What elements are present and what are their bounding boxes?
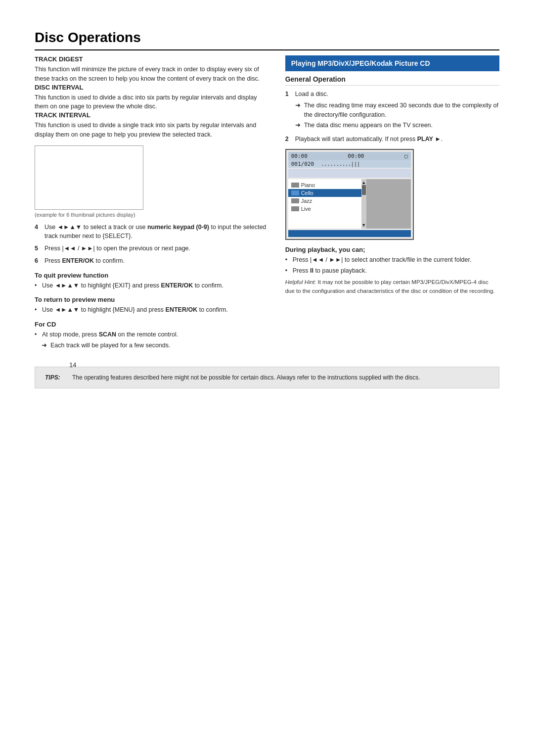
- right-step-1-arrow1: ➜ The disc reading time may exceed 30 se…: [295, 101, 499, 120]
- for-cd-bullets: • At stop mode, press SCAN on the remote…: [35, 330, 270, 339]
- tips-box: TIPS: The operating features described h…: [35, 367, 499, 388]
- step-4: 4 Use ◄►▲▼ to select a track or use nume…: [35, 223, 270, 241]
- right-step-1: 1 Load a disc. ➜ The disc reading time m…: [285, 90, 499, 132]
- step-5: 5 Press |◄◄ / ►►| to open the previous o…: [35, 244, 270, 253]
- list-item-live-icon: [291, 206, 299, 211]
- right-numbered-steps: 1 Load a disc. ➜ The disc reading time m…: [285, 90, 499, 144]
- track-interval-section: TRACK INTERVAL This function is used to …: [35, 111, 270, 140]
- during-playback-item2: • Press II to pause playback.: [285, 266, 499, 276]
- helpful-hint-text: It may not be possible to play certain M…: [285, 279, 495, 293]
- screen-icon: ▢: [404, 153, 408, 159]
- list-item-jazz-icon: [291, 198, 299, 203]
- for-cd-title: For CD: [35, 321, 270, 328]
- track-digest-title: TRACK DIGEST: [35, 55, 270, 63]
- screen-time-right: 00:00: [348, 153, 364, 159]
- for-cd-arrow: ➜ Each track will be played for a few se…: [42, 341, 270, 350]
- disc-interval-title: DISC INTERVAL: [35, 84, 270, 91]
- list-item-cello: Cello: [288, 189, 361, 197]
- tips-text: The operating features described here mi…: [72, 373, 420, 382]
- screen-blank-row: [288, 169, 411, 178]
- return-preview-title: To return to preview menu: [35, 296, 270, 303]
- quit-preview-item: • Use ◄►▲▼ to highlight {EXIT} and press…: [35, 281, 270, 290]
- screen-top-bar: 00:00 00:00 ▢: [288, 152, 411, 160]
- during-playback-item1: • Press |◄◄ / ►►| to select another trac…: [285, 255, 499, 265]
- step-6: 6 Press ENTER/OK to confirm.: [35, 256, 270, 266]
- screen-list: Piano Cello Jazz Live: [288, 179, 361, 229]
- list-item-cello-icon: [291, 190, 299, 195]
- return-preview-bullets: • Use ◄►▲▼ to highlight {MENU} and press…: [35, 305, 270, 315]
- device-screen: 00:00 00:00 ▢ 001/020 ..........||| Pian…: [285, 149, 414, 240]
- right-step-1-arrow2: ➜ The data disc menu appears on the TV s…: [295, 121, 499, 130]
- track-digest-body: This function will minimize the picture …: [35, 65, 270, 84]
- right-column: Playing MP3/DivX/JPEG/Kodak Picture CD G…: [285, 55, 499, 352]
- during-playback-title: During playback, you can;: [285, 246, 499, 253]
- track-interval-body: This function is used to divide a single…: [35, 121, 270, 140]
- thumbnail-caption: (example for 6 thumbnail pictures displa…: [35, 212, 270, 218]
- scrollbar-thumb: [362, 185, 366, 195]
- helpful-hint-label: Helpful Hint:: [285, 279, 316, 285]
- general-operation-title: General Operation: [285, 75, 499, 86]
- page-number: 14: [69, 361, 76, 369]
- screen-time-left: 00:00: [291, 153, 308, 159]
- right-header: Playing MP3/DivX/JPEG/Kodak Picture CD: [285, 55, 499, 71]
- numbered-steps: 4 Use ◄►▲▼ to select a track or use nume…: [35, 223, 270, 266]
- track-digest-section: TRACK DIGEST This function will minimize…: [35, 55, 270, 84]
- list-item-piano: Piano: [288, 181, 361, 189]
- for-cd-item: • At stop mode, press SCAN on the remote…: [35, 330, 270, 339]
- left-column: TRACK DIGEST This function will minimize…: [35, 55, 270, 352]
- screen-scrollbar: ▲ ▼: [361, 179, 366, 229]
- during-playback-bullets: • Press |◄◄ / ►►| to select another trac…: [285, 255, 499, 276]
- list-item-live: Live: [288, 205, 361, 213]
- right-step-2: 2 Playback will start automatically. If …: [285, 135, 499, 144]
- track-interval-title: TRACK INTERVAL: [35, 111, 270, 119]
- screen-bottom-bar: [288, 230, 411, 237]
- quit-preview-bullets: • Use ◄►▲▼ to highlight {EXIT} and press…: [35, 281, 270, 290]
- screen-track-info: 001/020 ..........|||: [288, 160, 411, 168]
- list-item-piano-icon: [291, 183, 299, 188]
- thumbnail-preview-box: [35, 145, 143, 210]
- tips-label: TIPS:: [45, 373, 67, 382]
- helpful-hint: Helpful Hint: It may not be possible to …: [285, 278, 499, 295]
- quit-preview-title: To quit preview function: [35, 272, 270, 279]
- disc-interval-body: This function is used to divide a disc i…: [35, 93, 270, 112]
- screen-body: Piano Cello Jazz Live: [288, 179, 411, 229]
- return-preview-item: • Use ◄►▲▼ to highlight {MENU} and press…: [35, 305, 270, 315]
- list-item-jazz: Jazz: [288, 197, 361, 205]
- disc-interval-section: DISC INTERVAL This function is used to d…: [35, 84, 270, 112]
- screen-preview-area: [366, 179, 411, 229]
- page-title: Disc Operations: [35, 30, 499, 50]
